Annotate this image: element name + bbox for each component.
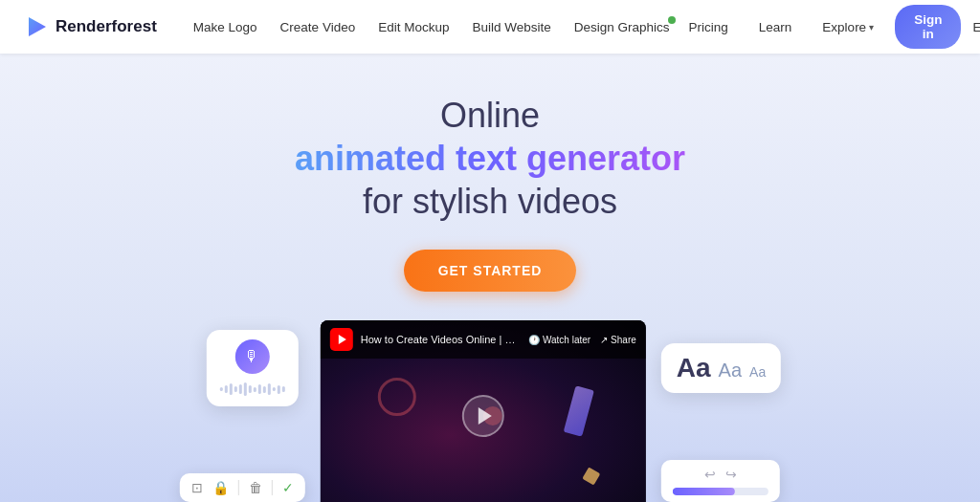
hero-title-line1: Online [295, 94, 685, 137]
nav-pricing[interactable]: Pricing [679, 14, 738, 40]
nav-right: Pricing Learn Explore ▾ Sign in EN ▾ [679, 5, 980, 49]
lock-icon[interactable]: 🔒 [212, 480, 229, 495]
check-icon[interactable]: ✓ [282, 480, 294, 495]
audio-wave [219, 382, 284, 397]
nav-learn[interactable]: Learn [749, 14, 802, 40]
separator [238, 480, 239, 495]
video-title: How to Create Videos Online | Renderfore… [361, 334, 521, 345]
get-started-button[interactable]: GET STARTED [404, 250, 577, 292]
hero-title: Online animated text generator for styli… [295, 94, 685, 223]
mic-card: 🎙 [206, 330, 298, 406]
share-button[interactable]: ↗ Share [600, 335, 636, 345]
toolbar-card: ⊡ 🔒 🗑 ✓ [180, 473, 305, 502]
nav-design-graphics[interactable]: Design Graphics [565, 14, 679, 40]
font-size-selector: Aa Aa Aa [677, 353, 766, 383]
navbar: Renderforest Make Logo Create Video Edit… [0, 0, 980, 54]
hero-title-line2: animated text generator [295, 137, 685, 180]
nav-links: Make Logo Create Video Edit Mockup Build… [184, 14, 679, 40]
logo-text: Renderforest [56, 17, 157, 36]
nav-explore[interactable]: Explore ▾ [813, 14, 883, 40]
font-card: Aa Aa Aa [661, 343, 781, 393]
clock-icon: 🕐 [528, 335, 540, 345]
progress-card: ↩ ↪ [661, 460, 780, 502]
redo-icon[interactable]: ↪ [725, 467, 737, 482]
crop-icon[interactable]: ⊡ [191, 480, 203, 495]
video-thumbnail[interactable]: How to Create Videos Online | Renderfore… [321, 320, 646, 502]
hero-section: Online animated text generator for styli… [0, 54, 980, 502]
font-large[interactable]: Aa [677, 353, 711, 383]
nav-build-website[interactable]: Build Website [462, 14, 560, 40]
logo[interactable]: Renderforest [23, 13, 157, 40]
font-small[interactable]: Aa [749, 364, 766, 380]
youtube-icon [330, 328, 353, 351]
progress-controls: ↩ ↪ [673, 467, 768, 482]
share-icon: ↗ [600, 335, 608, 345]
video-header: How to Create Videos Online | Renderfore… [321, 320, 646, 359]
play-button[interactable] [462, 395, 504, 437]
hero-title-line3: for stylish videos [295, 180, 685, 223]
progress-fill [673, 488, 735, 495]
logo-icon [23, 13, 50, 40]
svg-marker-0 [29, 17, 46, 36]
nav-create-video[interactable]: Create Video [271, 14, 366, 40]
signin-button[interactable]: Sign in [895, 5, 961, 49]
nav-edit-mockup[interactable]: Edit Mockup [368, 14, 458, 40]
mic-icon: 🎙 [234, 339, 269, 374]
font-medium[interactable]: Aa [719, 360, 742, 382]
video-section: 🎙 ⊡ [199, 320, 781, 502]
watch-later-button[interactable]: 🕐 Watch later [528, 335, 590, 345]
undo-icon[interactable]: ↩ [704, 467, 716, 482]
trash-icon[interactable]: 🗑 [249, 480, 262, 495]
progress-bar [673, 488, 768, 495]
nav-make-logo[interactable]: Make Logo [184, 14, 267, 40]
separator [272, 480, 273, 495]
video-actions: 🕐 Watch later ↗ Share [528, 335, 636, 345]
language-selector[interactable]: EN ▾ [972, 20, 980, 34]
new-badge [668, 16, 676, 24]
chevron-down-icon: ▾ [869, 22, 874, 33]
